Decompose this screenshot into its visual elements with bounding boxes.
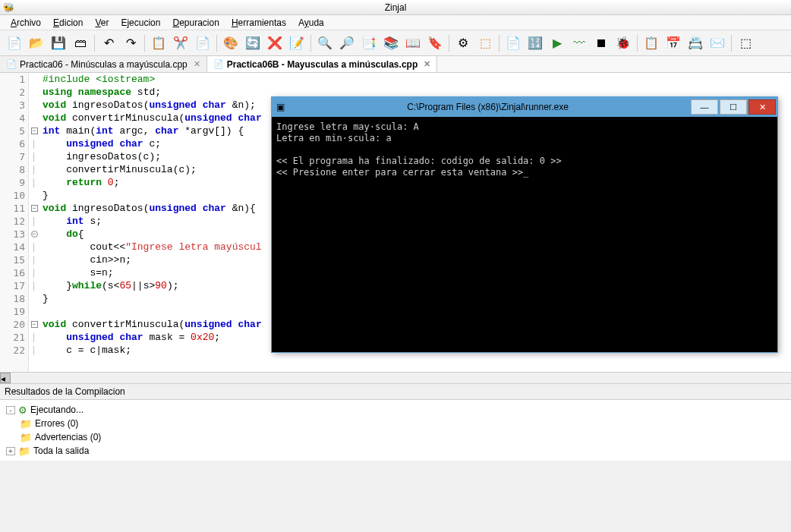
- tool-button[interactable]: ⬚: [736, 33, 755, 53]
- menu-archivo[interactable]: Archivo: [6, 16, 46, 30]
- menu-edicion[interactable]: Edicion: [49, 16, 87, 30]
- cut-button[interactable]: ✂️: [171, 33, 191, 53]
- compile-tree-row[interactable]: -⚙Ejecutando...: [6, 403, 785, 417]
- find-button[interactable]: 🔍: [315, 33, 335, 53]
- menu-ayuda[interactable]: Ayuda: [294, 16, 329, 30]
- tree-item-label: Ejecutando...: [30, 405, 84, 415]
- line-number-gutter: 12345678910111213141516171819202122: [0, 73, 29, 372]
- menu-ejecucion[interactable]: Ejecucion: [116, 16, 165, 30]
- tree-expand-icon[interactable]: +: [6, 447, 15, 455]
- save-button[interactable]: 💾: [49, 33, 68, 53]
- tree-item-icon: 📁: [18, 445, 30, 457]
- maximize-button[interactable]: ☐: [720, 99, 747, 115]
- title-bar: 🐝 Zinjal: [0, 0, 791, 15]
- close-tab-icon[interactable]: ✕: [194, 59, 200, 69]
- fold-toggle[interactable]: −: [31, 127, 38, 134]
- toolbar-separator: [310, 35, 311, 52]
- minimize-button[interactable]: —: [691, 99, 718, 115]
- compile-results-header: Resultados de la Compilacion: [0, 384, 791, 400]
- fold-toggle[interactable]: −: [31, 205, 38, 212]
- close-tab-icon[interactable]: ✕: [424, 59, 430, 69]
- compile-tree-row[interactable]: 📁Advertencias (0): [6, 430, 785, 444]
- paste-button[interactable]: 📄: [193, 33, 213, 53]
- tab-label: Practica06B - Mayusculas a minúsculas.cp…: [227, 59, 418, 70]
- tree-item-label: Advertencias (0): [35, 432, 101, 442]
- console-titlebar[interactable]: ▣ C:\Program Files (x86)\Zinjal\runner.e…: [272, 97, 777, 117]
- fold-gutter: −││││−│−││││−││: [29, 73, 39, 372]
- compile-tree-row[interactable]: 📁Errores (0): [6, 417, 785, 430]
- tool-button[interactable]: ❌: [265, 33, 285, 53]
- copy-button[interactable]: 📋: [149, 33, 169, 53]
- tool-button[interactable]: 🔖: [425, 33, 445, 53]
- toolbar: 📄 📂 💾 🗃 ↶ ↷ 📋 ✂️ 📄 🎨 🔄 ❌ 📝 🔍 🔎 📑 📚 📖 🔖 ⚙…: [0, 30, 791, 56]
- tool-button[interactable]: 📖: [403, 33, 423, 53]
- editor-tab[interactable]: 📄Practica06 - Minúsculas a mayúscula.cpp…: [0, 56, 207, 72]
- redo-button[interactable]: ↷: [121, 33, 140, 53]
- tree-expand-icon[interactable]: -: [6, 406, 15, 414]
- app-icon: 🐝: [3, 2, 14, 13]
- menu-ver[interactable]: Ver: [90, 16, 113, 30]
- compile-results-panel: Resultados de la Compilacion -⚙Ejecutand…: [0, 384, 791, 461]
- menu-bar: Archivo Edicion Ver Ejecucion Depuracion…: [0, 15, 791, 30]
- fold-toggle[interactable]: −: [31, 321, 38, 328]
- close-button[interactable]: ✕: [748, 99, 776, 115]
- toolbar-separator: [731, 35, 732, 52]
- tool-button[interactable]: 📚: [381, 33, 401, 53]
- compile-button[interactable]: 📄: [503, 33, 523, 53]
- debug-button[interactable]: 🐞: [613, 33, 633, 53]
- tree-item-icon: 📁: [20, 418, 32, 430]
- stop-button[interactable]: ⏹: [591, 33, 611, 53]
- toolbar-separator: [449, 35, 449, 52]
- tree-item-icon: 📁: [20, 432, 32, 443]
- tool-button[interactable]: 📅: [663, 33, 683, 53]
- new-file-button[interactable]: 📄: [5, 33, 24, 53]
- find-next-button[interactable]: 🔎: [337, 33, 357, 53]
- tool-button[interactable]: 📑: [359, 33, 379, 53]
- menu-depuracion[interactable]: Depuracion: [168, 16, 223, 30]
- console-output: Ingrese letra may·scula: A Letra en min·…: [272, 117, 777, 183]
- tool-button[interactable]: 📇: [685, 33, 705, 53]
- file-icon: 📄: [6, 59, 17, 69]
- undo-button[interactable]: ↶: [99, 33, 118, 53]
- compile-tree-row[interactable]: +📁Toda la salida: [6, 444, 785, 458]
- console-window[interactable]: ▣ C:\Program Files (x86)\Zinjal\runner.e…: [271, 96, 778, 353]
- tree-item-icon: ⚙: [18, 405, 27, 416]
- scroll-left-button[interactable]: ◂: [0, 373, 11, 383]
- open-file-button[interactable]: 📂: [27, 33, 46, 53]
- horizontal-scrollbar[interactable]: ◂: [0, 372, 791, 384]
- toolbar-separator: [216, 35, 217, 52]
- toolbar-separator: [499, 35, 499, 52]
- app-title: Zinjal: [385, 2, 407, 13]
- menu-herramientas[interactable]: Herramientas: [227, 16, 291, 30]
- tool-button[interactable]: ✉️: [707, 33, 727, 53]
- tool-button[interactable]: 🔄: [243, 33, 263, 53]
- fold-toggle[interactable]: −: [31, 231, 38, 238]
- tool-button[interactable]: 🎨: [221, 33, 241, 53]
- tab-bar: 📄Practica06 - Minúsculas a mayúscula.cpp…: [0, 56, 791, 73]
- console-icon: ▣: [276, 102, 285, 112]
- tool-button[interactable]: 〰: [569, 33, 589, 53]
- tab-label: Practica06 - Minúsculas a mayúscula.cpp: [20, 59, 188, 70]
- tree-item-label: Errores (0): [35, 418, 78, 429]
- save-all-button[interactable]: 🗃: [71, 33, 90, 53]
- tree-item-label: Toda la salida: [33, 445, 89, 456]
- console-title: C:\Program Files (x86)\Zinjal\runner.exe: [285, 102, 691, 112]
- tool-button[interactable]: ⚙: [453, 33, 473, 53]
- toolbar-separator: [94, 35, 95, 52]
- editor-tab[interactable]: 📄Practica06B - Mayusculas a minúsculas.c…: [207, 56, 437, 72]
- toolbar-separator: [637, 35, 638, 52]
- toolbar-separator: [144, 35, 145, 52]
- tool-button[interactable]: 🔢: [525, 33, 545, 53]
- tool-button[interactable]: ⬚: [475, 33, 495, 53]
- tool-button[interactable]: 📋: [641, 33, 661, 53]
- compile-results-tree[interactable]: -⚙Ejecutando...📁Errores (0)📁Advertencias…: [0, 400, 791, 461]
- file-icon: 📄: [213, 59, 224, 69]
- run-button[interactable]: ▶: [547, 33, 567, 53]
- tool-button[interactable]: 📝: [287, 33, 307, 53]
